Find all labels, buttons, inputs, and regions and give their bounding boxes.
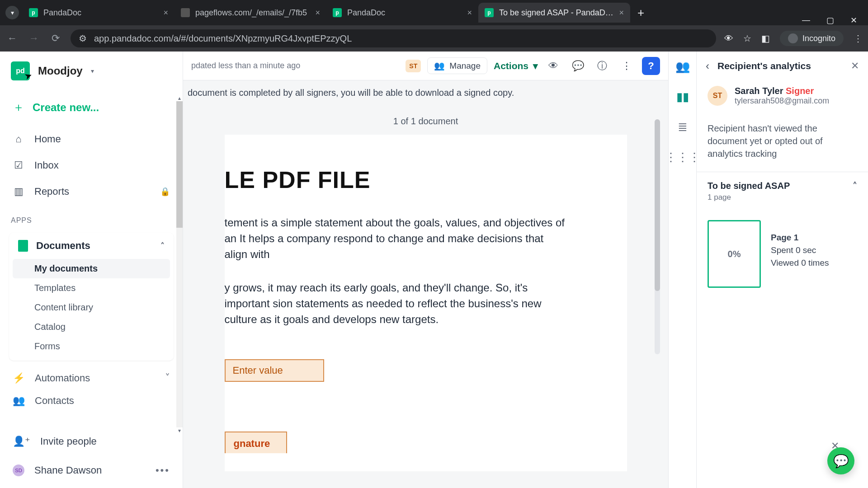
- more-button[interactable]: ⋮: [618, 57, 636, 75]
- nav-catalog[interactable]: Catalog: [9, 317, 174, 337]
- preview-button[interactable]: 👁: [544, 57, 562, 75]
- nav-reports[interactable]: ▥ Reports 🔒: [0, 178, 183, 205]
- document-heading: LE PDF FILE: [225, 166, 627, 193]
- close-icon[interactable]: ×: [467, 8, 472, 18]
- create-new-button[interactable]: ＋ Create new...: [0, 90, 183, 126]
- page-view-count: Viewed 0 times: [771, 258, 829, 268]
- browser-tab[interactable]: pageflows.com/_/emails/_/7fb5 ×: [175, 3, 326, 23]
- scroll-down-icon[interactable]: ▾: [178, 427, 181, 434]
- nav-contacts[interactable]: 👥 Contacts: [0, 392, 183, 415]
- side-panel-icon[interactable]: ◧: [761, 33, 770, 44]
- panel-back-button[interactable]: ‹: [706, 60, 709, 72]
- apps-rail-icon[interactable]: ⋮⋮⋮: [665, 150, 700, 164]
- chevron-down-icon: ˅: [165, 372, 170, 384]
- scrollbar-thumb[interactable]: [655, 119, 660, 291]
- incognito-chip[interactable]: Incognito: [780, 31, 844, 46]
- comment-icon: 💬: [572, 60, 584, 72]
- nav-forms[interactable]: Forms: [9, 337, 174, 356]
- browser-address-bar: ← → ⟳ ⚙ app.pandadoc.com/a/#/documents/X…: [0, 25, 868, 52]
- recipient-name: Sarah Tyler: [735, 86, 783, 96]
- site-settings-icon[interactable]: ⚙: [79, 33, 87, 44]
- nav-my-documents[interactable]: My documents: [13, 259, 170, 278]
- url-text: app.pandadoc.com/a/#/documents/XNpzmyuRG…: [94, 33, 708, 44]
- nav-content-library[interactable]: Content library: [9, 298, 174, 317]
- document-topbar: pdated less than a minute ago ST 👥 Manag…: [183, 52, 668, 80]
- nav-automations[interactable]: ⚡ Automations ˅: [0, 364, 183, 392]
- chevron-up-icon: ˄: [160, 241, 165, 251]
- url-input[interactable]: ⚙ app.pandadoc.com/a/#/documents/XNpzmyu…: [71, 29, 716, 47]
- page-thumbnail[interactable]: 0%: [708, 220, 761, 288]
- sidebar: pd Moodjoy ▾ ➤ ＋ Create new... ⌂ Home ☑ …: [0, 52, 183, 488]
- tracking-blocked-icon[interactable]: 👁: [724, 33, 733, 44]
- new-tab-button[interactable]: +: [630, 6, 651, 20]
- home-icon: ⌂: [13, 133, 24, 145]
- nav-label: Home: [34, 133, 61, 145]
- nav-templates[interactable]: Templates: [9, 278, 174, 298]
- nav-label: Inbox: [34, 160, 59, 171]
- document-canvas: pdated less than a minute ago ST 👥 Manag…: [183, 52, 668, 488]
- eye-icon: 👁: [548, 60, 558, 72]
- user-avatar-icon: SD: [13, 465, 24, 476]
- comments-button[interactable]: 💬: [569, 57, 587, 75]
- right-rail: 👥 ▮▮ ≣ ⋮⋮⋮: [668, 52, 696, 488]
- pandadoc-favicon-icon: p: [333, 8, 342, 17]
- plus-icon: ＋: [13, 99, 24, 115]
- kebab-icon: ⋮: [622, 60, 632, 72]
- workflow-rail-icon[interactable]: ≣: [678, 120, 688, 134]
- pandadoc-favicon-icon: p: [29, 8, 38, 17]
- analytics-doc-section[interactable]: To be signed ASAP ˄ 1 page: [697, 172, 868, 210]
- browser-tab[interactable]: p PandaDoc ×: [23, 3, 175, 23]
- info-button[interactable]: ⓘ: [593, 57, 611, 75]
- analytics-doc-pages: 1 page: [708, 193, 857, 202]
- page-view-percent: 0%: [728, 249, 741, 259]
- chat-fab[interactable]: 💬: [827, 447, 854, 474]
- scroll-up-icon[interactable]: ▴: [178, 95, 181, 101]
- workspace-switcher[interactable]: pd Moodjoy ▾ ➤: [0, 52, 183, 90]
- invite-icon: 👤⁺: [13, 436, 30, 447]
- nav-inbox[interactable]: ☑ Inbox: [0, 152, 183, 178]
- signature-field[interactable]: gnature: [225, 432, 287, 453]
- browser-tab-active[interactable]: p To be signed ASAP - PandaDoc ×: [478, 3, 630, 23]
- browser-menu-icon[interactable]: ⋮: [854, 33, 863, 44]
- document-icon: [18, 240, 28, 252]
- documents-label: Documents: [36, 240, 90, 252]
- browser-tab[interactable]: p PandaDoc ×: [326, 3, 478, 23]
- reload-button[interactable]: ⟳: [49, 33, 62, 44]
- invite-people-button[interactable]: 👤⁺ Invite people: [0, 427, 183, 456]
- more-icon[interactable]: •••: [156, 465, 170, 476]
- tab-search-button[interactable]: ▾: [5, 6, 19, 19]
- back-button[interactable]: ←: [5, 33, 19, 44]
- analytics-panel: ‹ Recipient's analytics ✕ ST Sarah Tyler…: [696, 52, 868, 488]
- scrollbar-thumb[interactable]: [176, 101, 183, 228]
- tab-title: PandaDoc: [347, 8, 462, 18]
- nav-label: Reports: [34, 186, 69, 197]
- close-icon[interactable]: ×: [315, 8, 320, 18]
- text-field-placeholder[interactable]: Enter value: [225, 359, 324, 382]
- tab-title: pageflows.com/_/emails/_/7fb5: [195, 8, 310, 18]
- manage-button[interactable]: 👥 Manage: [427, 57, 487, 74]
- manage-label: Manage: [449, 61, 481, 71]
- pageflows-favicon-icon: [181, 8, 190, 17]
- nav-home[interactable]: ⌂ Home: [0, 126, 183, 152]
- document-scrollbar[interactable]: [655, 119, 660, 354]
- minimize-icon[interactable]: —: [802, 15, 810, 25]
- analytics-rail-icon[interactable]: ▮▮: [676, 90, 689, 104]
- updated-timestamp: pdated less than a minute ago: [191, 61, 300, 70]
- lock-icon: 🔒: [160, 187, 170, 197]
- current-user-row[interactable]: SD Shane Dawson •••: [0, 456, 183, 488]
- panel-title: Recipient's analytics: [717, 61, 811, 71]
- close-icon[interactable]: ×: [619, 8, 624, 18]
- recipients-rail-icon[interactable]: 👥: [675, 60, 690, 74]
- documents-tree: Documents ˄ My documents Templates Conte…: [9, 233, 174, 361]
- actions-menu[interactable]: Actions ▾: [494, 61, 538, 71]
- bookmark-icon[interactable]: ☆: [743, 33, 751, 44]
- close-icon[interactable]: ×: [163, 8, 168, 18]
- maximize-icon[interactable]: ▢: [826, 15, 834, 25]
- close-window-icon[interactable]: ✕: [850, 15, 857, 25]
- recipient-badge[interactable]: ST: [406, 60, 421, 72]
- documents-toggle[interactable]: Documents ˄: [9, 233, 174, 259]
- sidebar-scrollbar[interactable]: ▴ ▾: [176, 95, 183, 434]
- panel-close-button[interactable]: ✕: [851, 60, 859, 72]
- chevron-up-icon: ˄: [853, 180, 857, 191]
- help-button[interactable]: ?: [642, 57, 660, 75]
